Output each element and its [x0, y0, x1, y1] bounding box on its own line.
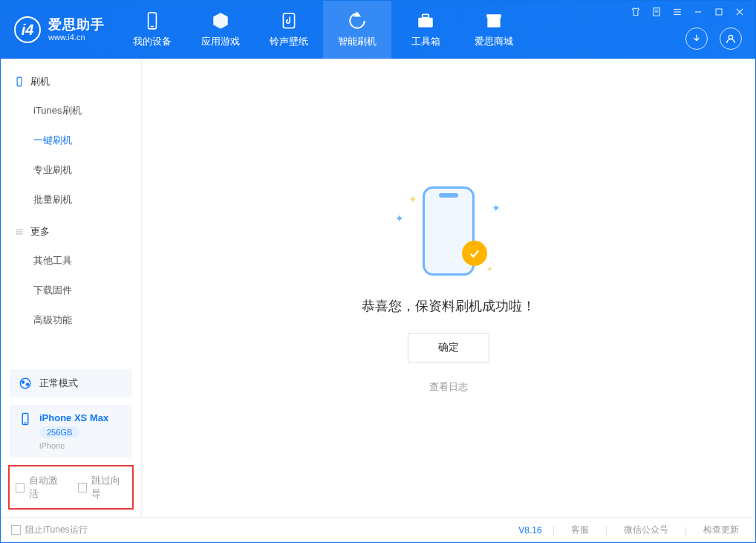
svg-point-22	[20, 378, 30, 388]
separator: |	[553, 525, 555, 536]
sparkle-icon: ✦	[395, 212, 404, 224]
header: i4 爱思助手 www.i4.cn 我的设备 应用游戏 铃声壁纸 智能刷机	[1, 1, 755, 59]
checkbox-label: 跳过向导	[91, 474, 126, 501]
logo-icon: i4	[14, 16, 41, 43]
device-info: iPhone XS Max 256GB iPhone	[39, 412, 108, 450]
nav-tab-ringtones[interactable]: 铃声壁纸	[255, 1, 323, 59]
checkbox-auto-activate[interactable]: 自动激活	[16, 474, 65, 501]
download-button[interactable]	[685, 27, 708, 50]
nav-label: 智能刷机	[338, 35, 377, 48]
sidebar-scroll: 刷机 iTunes刷机 一键刷机 专业刷机 批量刷机 更多 其他工具 下载固件 …	[1, 59, 141, 362]
refresh-icon	[348, 11, 367, 30]
footer-link-support[interactable]: 客服	[565, 524, 595, 536]
mode-icon	[19, 377, 32, 390]
music-icon	[279, 11, 299, 30]
main-content: ✦ ✦ ✦ • 恭喜您，保资料刷机成功啦！ 确定 查看日志	[142, 59, 755, 517]
separator: |	[605, 525, 607, 536]
body: 刷机 iTunes刷机 一键刷机 专业刷机 批量刷机 更多 其他工具 下载固件 …	[1, 59, 755, 517]
sidebar-section-more: 更多	[1, 215, 141, 246]
sparkle-icon: •	[488, 263, 492, 275]
nav-label: 铃声壁纸	[270, 35, 308, 48]
svg-point-24	[27, 383, 29, 386]
checkbox-label: 阻止iTunes运行	[25, 524, 88, 536]
success-message: 恭喜您，保资料刷机成功啦！	[362, 297, 535, 315]
checkbox-label: 自动激活	[29, 474, 64, 501]
nav-tab-device[interactable]: 我的设备	[118, 1, 186, 59]
cube-icon	[211, 11, 230, 30]
logo-text: 爱思助手 www.i4.cn	[48, 17, 105, 43]
version-label: V8.16	[518, 525, 541, 536]
svg-point-17	[729, 35, 732, 39]
nav-label: 我的设备	[133, 35, 172, 48]
sidebar-item-batch-flash[interactable]: 批量刷机	[1, 185, 141, 215]
view-log-link[interactable]: 查看日志	[429, 380, 468, 394]
nav-tab-toolbox[interactable]: 工具箱	[391, 1, 460, 59]
svg-rect-4	[418, 18, 433, 27]
close-button[interactable]	[733, 5, 746, 19]
footer-link-update[interactable]: 检查更新	[697, 524, 745, 536]
sidebar-item-advanced[interactable]: 高级功能	[1, 305, 141, 335]
device-card[interactable]: iPhone XS Max 256GB iPhone	[10, 405, 132, 458]
sidebar-item-download-firmware[interactable]: 下载固件	[1, 276, 141, 305]
checkbox-skip-guide[interactable]: 跳过向导	[78, 474, 127, 501]
nav-label: 应用游戏	[201, 35, 240, 48]
device-small-icon	[19, 412, 32, 426]
separator: |	[685, 525, 687, 536]
section-title: 更多	[30, 225, 50, 238]
footer-link-wechat[interactable]: 微信公众号	[618, 524, 674, 536]
store-icon	[484, 11, 504, 30]
footer: 阻止iTunes运行 V8.16 | 客服 | 微信公众号 | 检查更新	[1, 517, 755, 542]
checkbox-box	[16, 483, 25, 492]
user-button[interactable]	[720, 27, 742, 50]
phone-small-icon	[14, 77, 25, 87]
nav-label: 爱思商城	[475, 35, 513, 48]
window-controls	[629, 5, 746, 19]
nav-label: 工具箱	[411, 35, 440, 48]
sidebar-section-flash: 刷机	[1, 65, 141, 96]
nav-tab-apps[interactable]: 应用游戏	[186, 1, 255, 59]
sidebar-item-oneclick-flash[interactable]: 一键刷机	[1, 126, 141, 155]
header-actions	[685, 27, 742, 50]
svg-rect-5	[423, 14, 429, 17]
sparkle-icon: ✦	[408, 193, 417, 205]
note-icon[interactable]	[650, 5, 663, 19]
storage-badge: 256GB	[39, 426, 79, 438]
minimize-button[interactable]	[691, 5, 705, 19]
app-title: 爱思助手	[48, 17, 105, 33]
device-sub: iPhone	[39, 441, 108, 450]
bottom-options-highlight: 自动激活 跳过向导	[8, 465, 134, 510]
checkbox-block-itunes[interactable]: 阻止iTunes运行	[11, 524, 88, 536]
nav-tabs: 我的设备 应用游戏 铃声壁纸 智能刷机 工具箱 爱思商城	[118, 1, 528, 59]
list-icon	[14, 227, 25, 237]
device-name: iPhone XS Max	[39, 412, 108, 423]
check-badge-icon	[462, 241, 487, 266]
svg-point-23	[22, 381, 25, 383]
checkbox-box	[11, 525, 21, 535]
checkbox-box	[78, 483, 87, 492]
sidebar: 刷机 iTunes刷机 一键刷机 专业刷机 批量刷机 更多 其他工具 下载固件 …	[1, 59, 142, 517]
toolbox-icon	[416, 11, 435, 30]
menu-icon[interactable]	[671, 5, 684, 19]
device-panels: 正常模式 iPhone XS Max 256GB iPhone	[1, 362, 141, 458]
sidebar-item-itunes-flash[interactable]: iTunes刷机	[1, 96, 141, 126]
svg-rect-13	[716, 9, 722, 15]
app-window: i4 爱思助手 www.i4.cn 我的设备 应用游戏 铃声壁纸 智能刷机	[0, 0, 756, 543]
svg-rect-18	[17, 77, 22, 86]
nav-tab-store[interactable]: 爱思商城	[460, 1, 528, 59]
maximize-button[interactable]	[712, 5, 726, 19]
mode-card[interactable]: 正常模式	[10, 369, 132, 397]
logo-area: i4 爱思助手 www.i4.cn	[1, 1, 118, 59]
shirt-icon[interactable]	[629, 5, 642, 19]
svg-rect-2	[283, 13, 294, 28]
sparkle-icon: ✦	[492, 202, 501, 214]
confirm-button[interactable]: 确定	[408, 333, 489, 362]
sidebar-item-other-tools[interactable]: 其他工具	[1, 246, 141, 276]
device-icon	[143, 11, 162, 30]
success-illustration: ✦ ✦ ✦ •	[389, 183, 508, 279]
sidebar-item-pro-flash[interactable]: 专业刷机	[1, 155, 141, 185]
mode-label: 正常模式	[39, 377, 78, 390]
nav-tab-flash[interactable]: 智能刷机	[323, 1, 391, 59]
app-url: www.i4.cn	[48, 33, 105, 42]
section-title: 刷机	[30, 75, 50, 88]
